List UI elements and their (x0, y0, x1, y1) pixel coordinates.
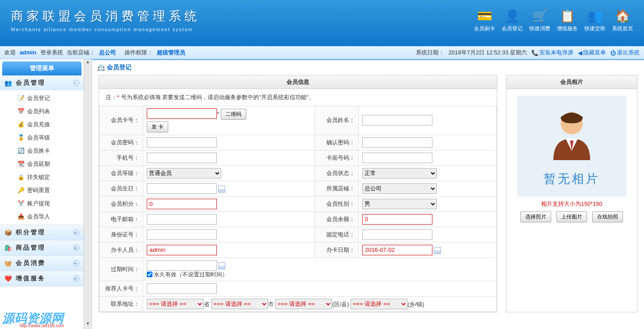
referrer-input[interactable] (147, 283, 217, 294)
level-select[interactable]: 普通会员 (147, 168, 221, 179)
menu-item-withdraw[interactable]: ✂️账户提现 (0, 197, 84, 210)
people-icon: 👥 (587, 8, 603, 24)
nav-register[interactable]: 👤会员登记 (502, 8, 523, 32)
group-icon: 👥 (4, 79, 13, 86)
calendar-icon[interactable] (218, 262, 225, 269)
menu-item-register[interactable]: 📝会员登记 (0, 92, 84, 105)
points-input[interactable] (147, 199, 217, 209)
user-icon: 👤 (504, 8, 520, 24)
cart-icon: 🛒 (532, 8, 548, 24)
issue-card-button[interactable]: 发 卡 (147, 122, 168, 132)
balance-input[interactable] (362, 214, 432, 225)
sidebar-scrollbar[interactable]: ▲ ▼ (84, 59, 92, 329)
expand-icon: + (73, 260, 79, 266)
main-area: 管理菜单 👥会员管理 − 📝会员登记 📅会员列表 💰会员充值 🏅会员等级 🔄会员… (0, 59, 644, 329)
member-form: 会员卡号： * 二维码 发 卡 会员姓名： 会员密码： 确认密码： (99, 106, 497, 312)
menu-item-extend[interactable]: 📆会员延期 (0, 157, 84, 171)
operator-input[interactable] (147, 245, 217, 255)
system-date-label: 系统日期： (416, 49, 444, 57)
header-nav: 💳会员刷卡 👤会员登记 🛒快速消费 📋增值服务 👥快速交班 🏠系统首页 (474, 8, 633, 32)
calendar-icon[interactable] (218, 186, 225, 193)
member-info-header: 会员信息 (99, 75, 497, 89)
pwd2-input[interactable] (362, 137, 432, 148)
card-icon: 💳 (477, 8, 492, 24)
scroll-down-icon[interactable]: ▼ (84, 321, 92, 329)
app-title: 商家联盟会员消费管理系统 (11, 8, 200, 25)
nav-consume[interactable]: 🛒快速消费 (529, 8, 550, 32)
capture-photo-button[interactable]: 在线拍照 (592, 211, 623, 222)
photo-header: 会员相片 (506, 75, 637, 89)
menu-item-recharge[interactable]: 💰会员充值 (0, 118, 84, 131)
menu-header: 管理菜单 (2, 61, 81, 75)
card-face-input[interactable] (362, 153, 432, 163)
status-select[interactable]: 正常 (362, 168, 437, 179)
menu-toggle-member[interactable]: 👥会员管理 − (0, 75, 84, 90)
menu-toggle-goods[interactable]: 🛍️商品管理+ (0, 240, 84, 255)
card-no-input[interactable] (147, 108, 217, 119)
gender-select[interactable]: 男 (362, 199, 437, 209)
member-info-panel: 会员信息 注：* 号为系统必填项 若要发送二维码，请启动服务参数中的"开启系统彩… (99, 75, 497, 312)
no-photo-text: 暂无相片 (544, 171, 600, 187)
name-input[interactable] (362, 115, 432, 125)
qrcode-button[interactable]: 二维码 (221, 109, 246, 120)
menu-item-import[interactable]: 📥会员导入 (0, 210, 84, 223)
header-title-block: 商家联盟会员消费管理系统 Merchants alliance member c… (11, 8, 200, 32)
menu-item-lock[interactable]: 🔒挂失锁定 (0, 171, 84, 184)
app-subtitle: Merchants alliance member consumption ma… (11, 27, 200, 32)
photo-placeholder: 暂无相片 (517, 96, 626, 197)
hide-menu-link[interactable]: ◀隐藏菜单 (578, 49, 606, 57)
collapse-icon: − (73, 80, 79, 86)
photo-size-note: 相片支持大小为150*150 (513, 200, 630, 208)
upload-photo-button[interactable]: 上传图片 (556, 211, 587, 222)
menu-toggle-points[interactable]: 📦积分管理+ (0, 225, 84, 240)
nav-home[interactable]: 🏠系统首页 (612, 8, 633, 32)
current-shop: 总公司 (99, 49, 116, 56)
birthday-input[interactable] (147, 183, 217, 194)
info-bar: 欢迎 admin 登录系统 当前店铺： 总公司 操作权限： 超级管理员 系统日期… (0, 46, 644, 59)
nav-swipe-card[interactable]: 💳会员刷卡 (474, 8, 495, 32)
district-select[interactable]: === 请选择 == (275, 299, 332, 309)
page-title: 📇 会员登记 (92, 60, 644, 75)
app-header: 商家联盟会员消费管理系统 Merchants alliance member c… (0, 0, 644, 46)
menu-group-member: 👥会员管理 − 📝会员登记 📅会员列表 💰会员充值 🏅会员等级 🔄会员换卡 📆会… (0, 75, 84, 225)
shop-select[interactable]: 总公司 (362, 183, 437, 194)
menu-toggle-vas[interactable]: ❤️增值服务+ (0, 271, 84, 286)
logout-link[interactable]: ⏻退出系统 (610, 49, 640, 57)
fixed-tel-input[interactable] (362, 229, 432, 240)
forever-checkbox[interactable] (147, 272, 152, 277)
label-name: 会员姓名： (315, 106, 358, 135)
avatar-icon (541, 105, 602, 166)
system-date: 2016年7月2日 12:52:33 星期六 (449, 49, 527, 57)
menu-item-list[interactable]: 📅会员列表 (0, 105, 84, 118)
register-icon: 📇 (97, 64, 105, 71)
menu-item-level[interactable]: 🏅会员等级 (0, 131, 84, 144)
infobar-left: 欢迎 admin 登录系统 当前店铺： 总公司 操作权限： 超级管理员 (4, 49, 188, 57)
expand-icon: + (73, 275, 79, 282)
photo-panel: 会员相片 暂无相片 相片支持大小为150*150 (506, 75, 637, 312)
form-note: 注：* 号为系统必填项 若要发送二维码，请启动服务参数中的"开启系统彩信功能"。 (99, 89, 497, 106)
town-select[interactable]: === 请选择 == (350, 299, 407, 309)
install-popup-link[interactable]: 📞安装来电弹屏 (531, 49, 573, 57)
idcard-input[interactable] (147, 229, 217, 240)
nav-vas[interactable]: 📋增值服务 (557, 8, 578, 32)
city-select[interactable]: === 请选择 == (211, 299, 268, 309)
infobar-right: 系统日期： 2016年7月2日 12:52:33 星期六 📞安装来电弹屏 ◀隐藏… (416, 49, 640, 57)
card-date-input[interactable] (362, 245, 432, 255)
menu-item-change-card[interactable]: 🔄会员换卡 (0, 144, 84, 157)
calendar-icon[interactable] (434, 247, 441, 254)
select-photo-button[interactable]: 选择照片 (520, 211, 551, 222)
home-icon: 🏠 (615, 8, 630, 24)
email-input[interactable] (147, 214, 217, 225)
menu-item-reset-pwd[interactable]: 🔑密码重置 (0, 184, 84, 197)
current-role: 超级管理员 (157, 49, 185, 56)
sidebar: 管理菜单 👥会员管理 − 📝会员登记 📅会员列表 💰会员充值 🏅会员等级 🔄会员… (0, 59, 92, 329)
province-select[interactable]: === 请选择 == (147, 299, 204, 309)
menu-toggle-consume[interactable]: 🧺会员消费+ (0, 256, 84, 271)
current-user: admin (20, 49, 36, 56)
expire-input[interactable] (147, 260, 217, 271)
pwd-input[interactable] (147, 137, 217, 148)
expand-icon: + (73, 229, 79, 236)
nav-shift[interactable]: 👥快速交班 (584, 8, 605, 32)
phone-input[interactable] (147, 153, 217, 163)
scroll-up-icon[interactable]: ▲ (84, 59, 92, 67)
